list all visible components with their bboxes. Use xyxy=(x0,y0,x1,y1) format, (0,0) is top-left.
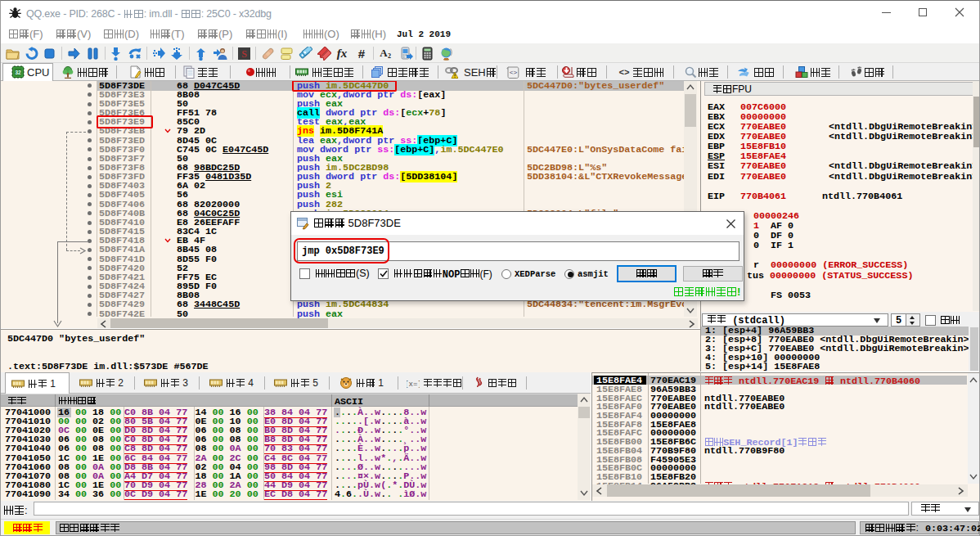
svg-text:#: # xyxy=(358,47,366,61)
svg-text:<>: <> xyxy=(510,69,518,76)
svg-text:[x=]: [x=] xyxy=(407,381,420,389)
svg-text:2: 2 xyxy=(388,52,391,60)
svg-text:A: A xyxy=(380,47,388,59)
svg-text:S: S xyxy=(241,48,247,60)
svg-text:fx: fx xyxy=(337,47,348,60)
svg-text:32: 32 xyxy=(15,70,21,75)
svg-text:<>: <> xyxy=(618,68,630,78)
